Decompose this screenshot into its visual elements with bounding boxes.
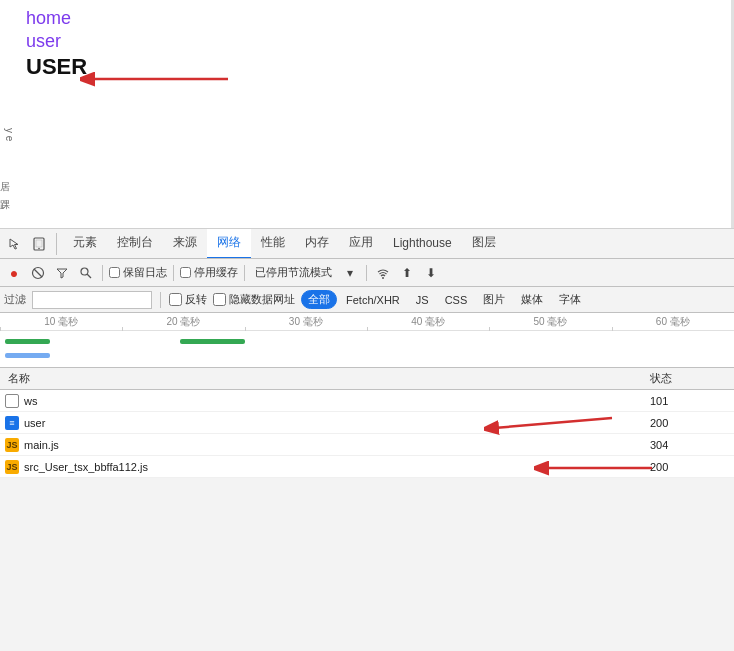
wifi-icon[interactable]	[373, 263, 393, 283]
table-row[interactable]: JS src_User_tsx_bbffa112.js 200	[0, 456, 734, 478]
preserve-log-checkbox-group[interactable]: 保留日志	[109, 265, 167, 280]
row-icon-user: ≡	[4, 415, 20, 431]
device-icon[interactable]	[28, 233, 50, 255]
row-name-ws: ws	[24, 395, 650, 407]
timeline-bar-2	[180, 339, 245, 344]
row-name-mainjs: main.js	[24, 439, 650, 451]
devtools-panel: 元素 控制台 来源 网络 性能 内存 应用 Lighthouse 图层 ●	[0, 228, 734, 651]
timeline-ruler: 10 毫秒 20 毫秒 30 毫秒 40 毫秒 50 毫秒 60 毫秒	[0, 313, 734, 331]
tab-elements[interactable]: 元素	[63, 229, 107, 259]
toolbar-sep-4	[366, 265, 367, 281]
timeline-area: 10 毫秒 20 毫秒 30 毫秒 40 毫秒 50 毫秒 60 毫秒	[0, 313, 734, 368]
filter-type-css[interactable]: CSS	[438, 292, 475, 308]
table-header: 名称 状态	[0, 368, 734, 390]
ruler-10ms: 10 毫秒	[0, 315, 122, 329]
upload-button[interactable]: ⬆	[397, 263, 417, 283]
filter-type-media[interactable]: 媒体	[514, 290, 550, 309]
filter-type-js[interactable]: JS	[409, 292, 436, 308]
tab-lighthouse[interactable]: Lighthouse	[383, 229, 462, 259]
tab-bar: 元素 控制台 来源 网络 性能 内存 应用 Lighthouse 图层	[0, 229, 734, 259]
nav-user-link[interactable]: user	[26, 31, 719, 52]
svg-point-7	[81, 268, 88, 275]
filter-type-all[interactable]: 全部	[301, 290, 337, 309]
row-icon-mainjs: JS	[4, 437, 20, 453]
hide-data-url-label: 隐藏数据网址	[229, 292, 295, 307]
hide-data-url-checkbox-group[interactable]: 隐藏数据网址	[213, 292, 295, 307]
hide-data-url-checkbox[interactable]	[213, 293, 226, 306]
timeline-tracks	[0, 331, 734, 367]
toolbar-sep-3	[244, 265, 245, 281]
tab-memory[interactable]: 内存	[295, 229, 339, 259]
svg-point-9	[382, 277, 384, 279]
disable-cache-label: 停用缓存	[194, 265, 238, 280]
network-toolbar: ● 保留日志 停用缓存 已停用	[0, 259, 734, 287]
filter-type-font[interactable]: 字体	[552, 290, 588, 309]
record-button[interactable]: ●	[4, 263, 24, 283]
toolbar-sep-1	[102, 265, 103, 281]
ruler-50ms: 50 毫秒	[489, 315, 611, 329]
disable-cache-checkbox[interactable]	[180, 267, 191, 278]
tab-icons	[4, 233, 57, 255]
ruler-60ms: 60 毫秒	[612, 315, 734, 329]
timeline-bar-1	[5, 339, 50, 344]
col-name-header: 名称	[4, 371, 650, 386]
svg-rect-3	[36, 240, 42, 247]
cursor-icon[interactable]	[4, 233, 26, 255]
preserve-log-label: 保留日志	[123, 265, 167, 280]
arrow-annotation	[80, 64, 230, 97]
table-area: 名称 状态 ws 101 ≡ user 200	[0, 368, 734, 478]
row-status-user: 200	[650, 417, 730, 429]
toolbar-sep-2	[173, 265, 174, 281]
invert-checkbox-group[interactable]: 反转	[169, 292, 207, 307]
side-chars-2: 居 踝	[0, 178, 10, 214]
preserve-log-checkbox[interactable]	[109, 267, 120, 278]
timeline-bar-ws	[5, 353, 50, 358]
tab-performance[interactable]: 性能	[251, 229, 295, 259]
tab-network[interactable]: 网络	[207, 229, 251, 259]
svg-line-8	[87, 274, 91, 278]
filter-type-fetch[interactable]: Fetch/XHR	[339, 292, 407, 308]
row-name-user: user	[24, 417, 650, 429]
ruler-30ms: 30 毫秒	[245, 315, 367, 329]
tab-sources[interactable]: 来源	[163, 229, 207, 259]
block-button[interactable]	[28, 263, 48, 283]
ruler-40ms: 40 毫秒	[367, 315, 489, 329]
filter-input[interactable]	[32, 291, 152, 309]
row-icon-ws	[4, 393, 20, 409]
throttle-label: 已停用节流模式	[251, 265, 336, 280]
filter-button[interactable]	[52, 263, 72, 283]
download-button[interactable]: ⬇	[421, 263, 441, 283]
invert-checkbox[interactable]	[169, 293, 182, 306]
svg-point-4	[38, 247, 40, 249]
table-row[interactable]: JS main.js 304	[0, 434, 734, 456]
row-status-ws: 101	[650, 395, 730, 407]
row-status-mainjs: 304	[650, 439, 730, 451]
row-icon-srcuser: JS	[4, 459, 20, 475]
throttle-dropdown[interactable]: ▾	[340, 263, 360, 283]
side-chars: y e	[0, 128, 18, 141]
tab-application[interactable]: 应用	[339, 229, 383, 259]
table-row[interactable]: ws 101	[0, 390, 734, 412]
search-button[interactable]	[76, 263, 96, 283]
tab-console[interactable]: 控制台	[107, 229, 163, 259]
filter-types: 全部 Fetch/XHR JS CSS 图片 媒体 字体	[301, 290, 588, 309]
filter-label: 过滤	[4, 292, 26, 307]
row-name-srcuser: src_User_tsx_bbffa112.js	[24, 461, 650, 473]
filter-bar: 过滤 反转 隐藏数据网址 全部 Fetch/XHR JS CSS 图片 媒体 字…	[0, 287, 734, 313]
nav-home-link[interactable]: home	[26, 8, 719, 29]
col-status-header: 状态	[650, 371, 730, 386]
table-row[interactable]: ≡ user 200	[0, 412, 734, 434]
filter-type-img[interactable]: 图片	[476, 290, 512, 309]
filter-sep-1	[160, 292, 161, 308]
svg-line-6	[34, 269, 42, 277]
tab-layers[interactable]: 图层	[462, 229, 506, 259]
row-status-srcuser: 200	[650, 461, 730, 473]
top-content: y e 居 踝 home user USER	[0, 0, 734, 230]
invert-label: 反转	[185, 292, 207, 307]
disable-cache-checkbox-group[interactable]: 停用缓存	[180, 265, 238, 280]
ruler-20ms: 20 毫秒	[122, 315, 244, 329]
